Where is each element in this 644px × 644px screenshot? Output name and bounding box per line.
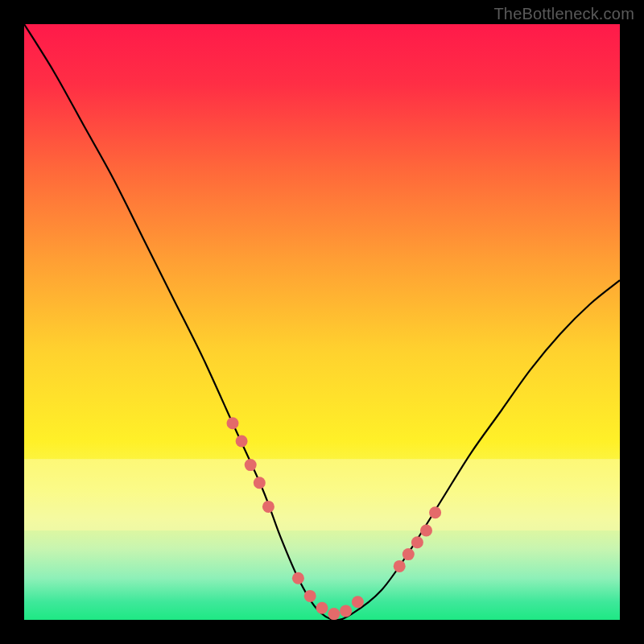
highlight-dot [292, 572, 304, 584]
bottleneck-curve [24, 24, 620, 620]
highlight-dot [227, 417, 239, 429]
highlight-dot [236, 436, 248, 448]
watermark-text: TheBottleneck.com [493, 5, 634, 23]
highlight-dot [394, 560, 406, 572]
highlight-dot [245, 459, 257, 471]
plot-area [24, 24, 620, 620]
highlight-dot [420, 525, 432, 537]
highlight-dot [411, 536, 423, 548]
highlight-dot [262, 501, 275, 513]
highlight-dot [402, 548, 415, 560]
chart-frame: TheBottleneck.com [0, 0, 644, 644]
highlight-dot [254, 477, 266, 489]
highlight-dot [316, 602, 328, 614]
highlight-dot [429, 506, 441, 518]
highlight-dot [304, 590, 316, 602]
highlight-dot [340, 605, 352, 617]
highlight-dot [352, 596, 364, 608]
highlight-dot [328, 608, 340, 620]
